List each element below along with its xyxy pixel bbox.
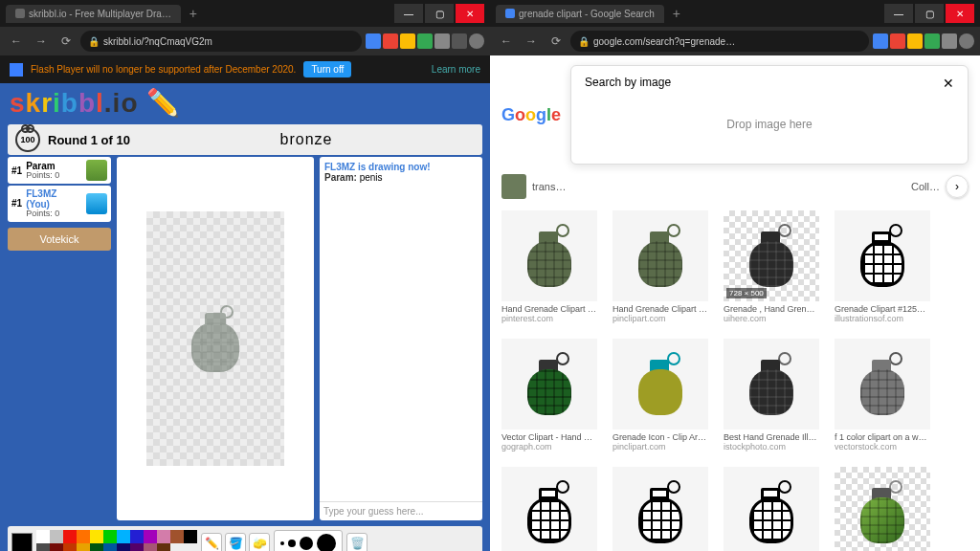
color-swatch[interactable]: [130, 530, 144, 543]
color-swatch[interactable]: [103, 543, 117, 551]
eraser-tool-icon[interactable]: 🧽: [249, 533, 270, 551]
search-by-image-panel: Search by image✕ Drop image here: [570, 65, 969, 165]
image-result[interactable]: [724, 467, 819, 551]
left-tab[interactable]: skribbl.io - Free Multiplayer Dra…: [6, 5, 181, 23]
color-swatch[interactable]: [90, 543, 103, 551]
color-swatch[interactable]: [77, 543, 90, 551]
color-swatch[interactable]: [184, 530, 197, 543]
image-result[interactable]: Grenade Icon - Clip Art - …pinclipart.co…: [612, 339, 708, 452]
pencil-tool-icon[interactable]: ✏️: [201, 533, 222, 551]
color-swatch[interactable]: [117, 530, 130, 543]
profile-avatar[interactable]: [469, 33, 484, 49]
extension-icon[interactable]: [366, 33, 381, 49]
player-row: #1 FL3MZ (You)Points: 0: [8, 186, 111, 222]
image-result[interactable]: [501, 467, 597, 551]
left-titlebar: skribbl.io - Free Multiplayer Dra… + — ▢…: [0, 0, 490, 27]
chevron-right-icon[interactable]: ›: [946, 175, 969, 198]
image-result[interactable]: 728 × 500Grenade , Hand Grenade PNG clip…: [724, 210, 819, 323]
right-titlebar: grenade clipart - Google Search + — ▢ ✕: [490, 0, 980, 27]
image-result[interactable]: Hand Grenade Clipart Grena…pinclipart.co…: [612, 210, 708, 323]
back-button[interactable]: ←: [496, 31, 517, 52]
color-swatch[interactable]: [157, 543, 170, 551]
filter-chip[interactable]: trans…: [532, 181, 566, 192]
color-swatch[interactable]: [117, 543, 130, 551]
extension-icon[interactable]: [924, 33, 940, 49]
image-result[interactable]: Best Hand Grenade Illustrations …istockp…: [724, 339, 819, 452]
image-result[interactable]: f 1 color clipart on a white Vector I…ve…: [835, 339, 930, 452]
reload-button[interactable]: ⟳: [546, 31, 567, 52]
clear-tool-icon[interactable]: 🗑️: [346, 533, 368, 551]
learn-more-link[interactable]: Learn more: [432, 64, 480, 75]
votekick-button[interactable]: Votekick: [8, 228, 111, 251]
chat-system-message: FL3MZ is drawing now!: [324, 162, 478, 172]
extension-icon[interactable]: [400, 33, 415, 49]
extension-icon[interactable]: [417, 33, 433, 49]
forward-button[interactable]: →: [31, 31, 52, 52]
maximize-button[interactable]: ▢: [915, 4, 944, 23]
toolbar: ✏️ 🪣 🧽 🗑️: [8, 526, 482, 551]
extension-icon[interactable]: [873, 33, 888, 49]
image-result[interactable]: Hand Grenade Clipart | …pinterest.com: [501, 210, 597, 323]
color-swatch[interactable]: [63, 543, 77, 551]
collections-link[interactable]: Coll…: [911, 181, 940, 192]
search-by-image-title: Search by image: [585, 76, 671, 91]
avatar: [86, 193, 107, 214]
fill-tool-icon[interactable]: 🪣: [225, 533, 246, 551]
extension-icon[interactable]: [383, 33, 398, 49]
close-button[interactable]: ✕: [946, 4, 974, 23]
color-swatch[interactable]: [77, 530, 90, 543]
back-button[interactable]: ←: [6, 31, 27, 52]
image-result[interactable]: [612, 467, 708, 551]
left-url-field[interactable]: 🔒 skribbl.io/?nqCmaqVG2m: [80, 31, 362, 52]
chat-message: Param: penis: [324, 172, 478, 183]
forward-button[interactable]: →: [521, 31, 542, 52]
image-drop-zone[interactable]: Drop image here: [585, 95, 954, 154]
skribbl-logo: skribbl.io ✏️: [0, 83, 490, 122]
color-swatch[interactable]: [63, 530, 77, 543]
avatar: [86, 160, 107, 181]
extension-icon[interactable]: [434, 33, 450, 49]
image-result[interactable]: [835, 467, 930, 551]
plugin-icon: [10, 63, 23, 77]
extensions: [366, 33, 484, 49]
round-bar: 100 Round 1 of 10 bronze: [8, 124, 482, 155]
extension-icon[interactable]: [452, 33, 467, 49]
image-result[interactable]: Vector Clipart - Hand grenade …gograph.c…: [501, 339, 597, 452]
new-tab-button[interactable]: +: [668, 5, 685, 22]
player-list: #1 ParamPoints: 0 #1 FL3MZ (You)Points: …: [8, 157, 111, 520]
close-icon[interactable]: ✕: [943, 76, 954, 91]
color-swatch[interactable]: [90, 530, 103, 543]
color-swatch[interactable]: [144, 543, 157, 551]
extension-icon[interactable]: [907, 33, 923, 49]
chat-input[interactable]: Type your guess here...: [320, 501, 482, 520]
color-swatch[interactable]: [170, 530, 184, 543]
color-palette[interactable]: [36, 530, 197, 551]
flash-warning-bar: Flash Player will no longer be supported…: [0, 55, 490, 83]
extension-icon[interactable]: [942, 33, 957, 49]
minimize-button[interactable]: —: [394, 4, 423, 23]
reload-button[interactable]: ⟳: [56, 31, 77, 52]
result-thumb[interactable]: [501, 174, 526, 199]
drawing-canvas[interactable]: [117, 157, 314, 520]
image-result[interactable]: Grenade Clipart #1252351 - …illustration…: [835, 210, 930, 323]
chat-panel: FL3MZ is drawing now! Param: penis Type …: [320, 157, 482, 520]
color-swatch[interactable]: [36, 543, 50, 551]
color-swatch[interactable]: [144, 530, 157, 543]
right-tab[interactable]: grenade clipart - Google Search: [496, 5, 664, 23]
profile-avatar[interactable]: [959, 33, 974, 49]
close-button[interactable]: ✕: [456, 4, 484, 23]
new-tab-button[interactable]: +: [185, 5, 202, 22]
color-swatch[interactable]: [103, 530, 117, 543]
color-swatch[interactable]: [157, 530, 170, 543]
right-url-field[interactable]: 🔒 google.com/search?q=grenade…: [570, 31, 869, 52]
flash-warning-text: Flash Player will no longer be supported…: [31, 64, 296, 75]
turn-off-button[interactable]: Turn off: [303, 61, 351, 77]
color-swatch[interactable]: [36, 530, 50, 543]
maximize-button[interactable]: ▢: [425, 4, 454, 23]
brush-sizes[interactable]: [274, 530, 343, 551]
color-swatch[interactable]: [50, 543, 63, 551]
extension-icon[interactable]: [890, 33, 905, 49]
minimize-button[interactable]: —: [884, 4, 913, 23]
color-swatch[interactable]: [50, 530, 63, 543]
color-swatch[interactable]: [130, 543, 144, 551]
